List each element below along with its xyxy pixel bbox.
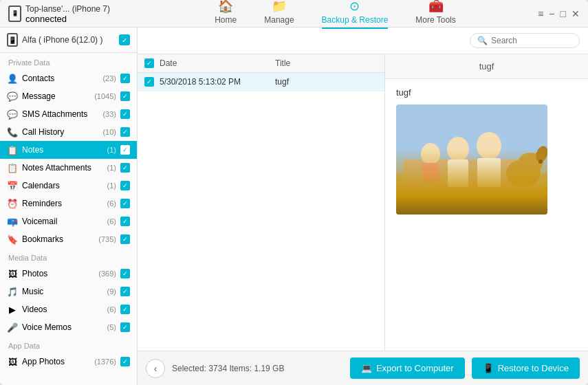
tab-backup[interactable]: ⊙ Backup & Restore [322, 0, 389, 29]
app-photos-count: (1376) [94, 358, 116, 366]
sidebar-item-sms-att[interactable]: 💬 SMS Attachments (33) ✓ [0, 105, 137, 123]
home-icon: 🏠 [218, 0, 233, 14]
main-panel: 🔍 ✓ Date Title ✓ 5/30/2018 5:13:02 [138, 28, 588, 385]
main-toolbar: 🔍 [138, 28, 588, 54]
bookmarks-label: Bookmarks [22, 234, 94, 244]
svg-rect-8 [477, 158, 501, 187]
minimize-icon[interactable]: − [549, 8, 554, 19]
section-media: Media Data [0, 248, 137, 265]
sidebar-item-calendars[interactable]: 📅 Calendars (1) ✓ [0, 177, 137, 195]
sidebar-item-notes[interactable]: 📋 Notes (1) ✓ [0, 141, 137, 159]
call-history-count: (10) [102, 128, 116, 136]
window-controls: ≡ − □ ✕ [525, 8, 580, 19]
sidebar-item-app-photos[interactable]: 🖼 App Photos (1376) ✓ [0, 353, 137, 371]
sidebar-item-photos[interactable]: 🖼 Photos (369) ✓ [0, 265, 137, 283]
row-checkbox[interactable]: ✓ [144, 77, 154, 87]
message-label: Message [22, 91, 90, 101]
tab-tools[interactable]: 🧰 More Tools [415, 0, 455, 29]
svg-point-9 [506, 160, 541, 187]
app-photos-check[interactable]: ✓ [120, 357, 130, 366]
call-history-check[interactable]: ✓ [120, 127, 130, 137]
photos-check[interactable]: ✓ [120, 269, 130, 278]
reminders-label: Reminders [22, 199, 103, 208]
notes-att-check[interactable]: ✓ [120, 163, 130, 173]
back-button[interactable]: ‹ [146, 359, 165, 378]
list-row[interactable]: ✓ 5/30/2018 5:13:02 PM tugf [138, 73, 384, 91]
device-badge: ✓ [119, 34, 130, 45]
music-check[interactable]: ✓ [120, 287, 130, 296]
export-icon: 💻 [361, 363, 372, 373]
reminders-check[interactable]: ✓ [120, 199, 130, 208]
export-button[interactable]: 💻 Export to Computer [350, 358, 465, 379]
sidebar-device-label: Alfa ( iPhone 6(12.0) ) [22, 35, 102, 45]
tab-backup-label: Backup & Restore [322, 15, 389, 25]
sidebar-item-contacts[interactable]: 👤 Contacts (23) ✓ [0, 69, 137, 87]
note-image [396, 104, 547, 214]
message-check[interactable]: ✓ [120, 91, 130, 101]
videos-icon: ▶ [7, 304, 18, 315]
sidebar-item-videos[interactable]: ▶ Videos (6) ✓ [0, 300, 137, 318]
tab-home[interactable]: 🏠 Home [215, 0, 237, 29]
svg-rect-4 [422, 163, 439, 184]
sidebar-item-message[interactable]: 💬 Message (1045) ✓ [0, 87, 137, 105]
svg-point-13 [538, 160, 543, 164]
sidebar-item-bookmarks[interactable]: 🔖 Bookmarks (735) ✓ [0, 230, 137, 248]
restore-button[interactable]: 📱 Restore to Device [472, 358, 580, 379]
sms-att-check[interactable]: ✓ [120, 109, 130, 119]
row-title: tugf [275, 77, 378, 87]
menu-icon[interactable]: ≡ [538, 8, 543, 19]
notes-att-count: (1) [107, 164, 116, 172]
svg-rect-2 [403, 160, 541, 194]
music-count: (9) [107, 287, 116, 296]
device-selector[interactable]: 📱 Alfa ( iPhone 6(12.0) ) ✓ [0, 28, 137, 53]
calendars-check[interactable]: ✓ [120, 181, 130, 190]
svg-rect-6 [448, 160, 468, 187]
header-checkbox[interactable]: ✓ [144, 58, 154, 68]
device-selector-left: 📱 Alfa ( iPhone 6(12.0) ) [7, 33, 102, 47]
contacts-check[interactable]: ✓ [120, 74, 130, 83]
section-app: App Data [0, 336, 137, 353]
voice-memos-check[interactable]: ✓ [120, 322, 130, 332]
sidebar-item-voicemail[interactable]: 📪 Voicemail (6) ✓ [0, 212, 137, 230]
search-input[interactable] [491, 36, 572, 45]
tab-manage-label: Manage [264, 15, 294, 25]
svg-point-7 [477, 132, 501, 160]
music-icon: 🎵 [7, 286, 18, 297]
bookmarks-check[interactable]: ✓ [120, 234, 130, 244]
videos-check[interactable]: ✓ [120, 305, 130, 314]
backup-icon: ⊙ [349, 0, 360, 14]
sidebar-item-call-history[interactable]: 📞 Call History (10) ✓ [0, 123, 137, 141]
svg-point-5 [447, 137, 469, 162]
voicemail-count: (6) [107, 217, 116, 226]
list-panel: ✓ Date Title ✓ 5/30/2018 5:13:02 PM tugf [138, 54, 385, 351]
col-title-header: Title [275, 58, 378, 68]
sidebar-item-reminders[interactable]: ⏰ Reminders (6) ✓ [0, 195, 137, 212]
notes-att-label: Notes Attachments [22, 163, 103, 173]
selected-info: Selected: 3734 Items: 1.19 GB [172, 364, 343, 373]
voice-memos-icon: 🎤 [7, 322, 18, 333]
sidebar-item-notes-att[interactable]: 📋 Notes Attachments (1) ✓ [0, 159, 137, 177]
search-box[interactable]: 🔍 [470, 33, 580, 48]
message-count: (1045) [94, 92, 116, 100]
notes-icon: 📋 [7, 144, 18, 155]
row-date: 5/30/2018 5:13:02 PM [160, 77, 270, 87]
call-history-label: Call History [22, 127, 98, 137]
app-photos-icon: 🖼 [7, 356, 18, 367]
contacts-label: Contacts [22, 74, 98, 83]
note-image-svg [396, 104, 547, 214]
bookmarks-icon: 🔖 [7, 234, 18, 245]
sidebar: 📱 Alfa ( iPhone 6(12.0) ) ✓ Private Data… [0, 28, 138, 385]
close-icon[interactable]: ✕ [571, 8, 580, 19]
search-icon: 🔍 [477, 36, 488, 45]
calendars-label: Calendars [22, 181, 103, 190]
maximize-icon[interactable]: □ [560, 8, 566, 19]
sidebar-item-voice-memos[interactable]: 🎤 Voice Memos (5) ✓ [0, 318, 137, 336]
tab-manage[interactable]: 📁 Manage [264, 0, 294, 29]
notes-att-icon: 📋 [7, 162, 18, 173]
notes-count: (1) [107, 146, 116, 154]
notes-check[interactable]: ✓ [120, 145, 130, 155]
sidebar-item-music[interactable]: 🎵 Music (9) ✓ [0, 283, 137, 300]
svg-rect-1 [396, 173, 547, 214]
voicemail-check[interactable]: ✓ [120, 217, 130, 226]
notes-label: Notes [22, 145, 103, 155]
